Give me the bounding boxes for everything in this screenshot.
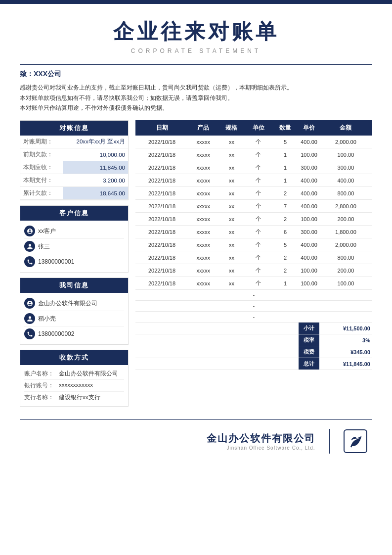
account-info-value: 20xx年xx月 至xx月 — [63, 136, 128, 148]
cell-spec: xx — [218, 264, 245, 277]
our-phone-icon — [24, 328, 35, 339]
intro-text: 感谢贵公司对我司业务上的支持，截止至对账日期止，贵司尚欠我司货款（运费），本期明… — [20, 83, 372, 113]
subtotal-label: 总计 — [299, 358, 319, 370]
payment-row: 银行账号：xxxxxxxxxxxx — [24, 380, 124, 392]
cell-amount: 200.00 — [319, 264, 372, 277]
subtotal-value: ¥11,845.00 — [319, 358, 372, 370]
header-divider — [20, 64, 372, 65]
cell-date: 2022/10/18 — [135, 200, 188, 213]
cell-price: 400.00 — [299, 251, 319, 264]
client-info-content: xx客户 张三 13800000001 — [20, 221, 128, 272]
cell-date: 2022/10/18 — [135, 161, 188, 174]
empty-row: - — [135, 290, 372, 301]
table-row: 2022/10/18xxxxxxx个2400.00800.00 — [135, 187, 372, 200]
our-phone-row: 13800000002 — [24, 326, 124, 341]
cell-amount: 2,000.00 — [319, 238, 372, 251]
col-amount: 金额 — [319, 120, 372, 136]
col-date: 日期 — [135, 120, 188, 136]
cell-price: 400.00 — [299, 238, 319, 251]
cell-date: 2022/10/18 — [135, 238, 188, 251]
cell-product: xxxxx — [188, 277, 218, 290]
empty-cell: - — [135, 301, 372, 312]
table-row: 2022/10/18xxxxxxx个6300.001,800.00 — [135, 226, 372, 238]
subtotal-row: 总计¥11,845.00 — [135, 358, 372, 370]
cell-product: xxxxx — [188, 226, 218, 238]
account-info-table: 对账周期：20xx年xx月 至xx月前期欠款：10,000.00本期应收：11,… — [20, 136, 128, 200]
header: 企业往来对账单 CORPORATE STATEMENT — [0, 4, 392, 59]
cell-product: xxxxx — [188, 238, 218, 251]
cell-product: xxxxx — [188, 161, 218, 174]
cell-unit: 个 — [245, 264, 272, 277]
cell-unit: 个 — [245, 226, 272, 238]
cell-product: xxxxx — [188, 174, 218, 187]
cell-spec: xx — [218, 136, 245, 148]
main-title: 企业往来对账单 — [0, 18, 392, 46]
cell-price: 400.00 — [299, 136, 319, 148]
payment-info-block: 收款方式 账户名称：金山办公软件有限公司银行账号：xxxxxxxxxxxx支行名… — [20, 350, 129, 407]
subtotal-label: 税费 — [299, 346, 319, 358]
footer-logo — [344, 429, 367, 453]
cell-unit: 个 — [245, 187, 272, 200]
table-row: 2022/10/18xxxxxxx个1100.00100.00 — [135, 277, 372, 290]
client-phone: 13800000001 — [38, 258, 74, 265]
account-info-row: 累计欠款：18,645.00 — [20, 187, 128, 200]
cell-product: xxxxx — [188, 251, 218, 264]
client-contact-row: 张三 — [24, 239, 124, 254]
account-info-label: 本期支付： — [20, 174, 63, 187]
our-company-icon — [24, 298, 35, 309]
left-panel: 对账信息 对账周期：20xx年xx月 至xx月前期欠款：10,000.00本期应… — [20, 120, 129, 412]
cell-price: 300.00 — [299, 226, 319, 238]
company-icon — [24, 226, 35, 236]
cell-date: 2022/10/18 — [135, 226, 188, 238]
contact-icon — [24, 241, 35, 252]
subtotal-row: 税费¥345.00 — [135, 346, 372, 358]
cell-qty: 2 — [272, 213, 299, 226]
subtotal-value: ¥345.00 — [319, 346, 372, 358]
cell-qty: 2 — [272, 187, 299, 200]
cell-spec: xx — [218, 187, 245, 200]
cell-date: 2022/10/18 — [135, 148, 188, 161]
table-row: 2022/10/18xxxxxxx个2100.00200.00 — [135, 213, 372, 226]
cell-amount: 100.00 — [319, 277, 372, 290]
payment-row: 支行名称：建设银行xx支行 — [24, 392, 124, 403]
col-price: 单价 — [299, 120, 319, 136]
table-row: 2022/10/18xxxxxxx个5400.002,000.00 — [135, 136, 372, 148]
our-company-name: 金山办公软件有限公司 — [38, 299, 97, 308]
client-contact-name: 张三 — [38, 242, 50, 251]
cell-qty: 5 — [272, 136, 299, 148]
company-info-content: 金山办公软件有限公司 稻小壳 13800000002 — [20, 293, 128, 344]
cell-amount: 1,800.00 — [319, 226, 372, 238]
table-row: 2022/10/18xxxxxxx个1400.00400.00 — [135, 174, 372, 187]
cell-qty: 7 — [272, 200, 299, 213]
cell-amount: 200.00 — [319, 213, 372, 226]
cell-unit: 个 — [245, 161, 272, 174]
client-company-name: xx客户 — [38, 227, 56, 235]
cell-product: xxxxx — [188, 136, 218, 148]
table-row: 2022/10/18xxxxxxx个7400.002,800.00 — [135, 200, 372, 213]
cell-qty: 1 — [272, 174, 299, 187]
cell-spec: xx — [218, 161, 245, 174]
cell-unit: 个 — [245, 213, 272, 226]
intro-line-1: 感谢贵公司对我司业务上的支持，截止至对账日期止，贵司尚欠我司货款（运费），本期明… — [20, 83, 372, 93]
client-phone-row: 13800000001 — [24, 254, 124, 269]
leaf-icon — [348, 434, 363, 449]
cell-amount: 100.00 — [319, 148, 372, 161]
cell-date: 2022/10/18 — [135, 187, 188, 200]
our-contact-name: 稻小壳 — [38, 315, 56, 323]
empty-cell: - — [135, 312, 372, 323]
cell-qty: 2 — [272, 251, 299, 264]
cell-amount: 2,800.00 — [319, 200, 372, 213]
cell-spec: xx — [218, 238, 245, 251]
client-company-row: xx客户 — [24, 224, 124, 239]
cell-amount: 400.00 — [319, 174, 372, 187]
company-info-header: 我司信息 — [20, 278, 128, 293]
account-info-label: 累计欠款： — [20, 187, 63, 200]
cell-product: xxxxx — [188, 200, 218, 213]
footer-company-cn: 金山办公软件有限公司 — [207, 432, 315, 445]
cell-date: 2022/10/18 — [135, 251, 188, 264]
col-qty: 数量 — [272, 120, 299, 136]
cell-qty: 2 — [272, 264, 299, 277]
cell-product: xxxxx — [188, 213, 218, 226]
cell-product: xxxxx — [188, 187, 218, 200]
cell-unit: 个 — [245, 174, 272, 187]
